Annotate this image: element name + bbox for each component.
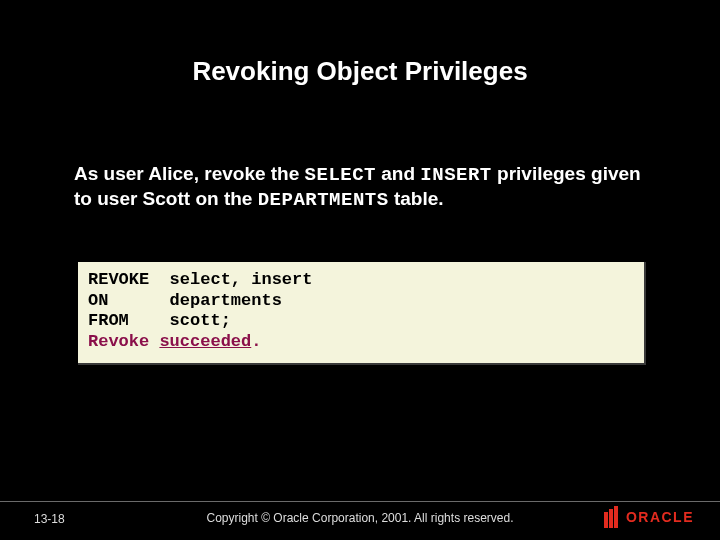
sql-result-revoke: Revoke (88, 332, 149, 351)
sql-text: scott; (129, 311, 231, 330)
sql-text: departments (108, 291, 281, 310)
svg-rect-0 (604, 512, 608, 528)
sql-text (149, 332, 159, 351)
slide-title: Revoking Object Privileges (0, 56, 720, 87)
footer-divider (0, 501, 720, 502)
oracle-logo-icon (604, 506, 622, 528)
sql-result-succeeded: succeeded (159, 332, 251, 351)
sql-keyword-from: FROM (88, 311, 129, 330)
sql-text: select, insert (149, 270, 312, 289)
para-text: table. (389, 188, 444, 209)
sql-result-line: Revoke succeeded. (88, 332, 261, 351)
svg-rect-2 (614, 506, 618, 528)
keyword-insert: INSERT (420, 164, 491, 186)
svg-rect-1 (609, 509, 613, 528)
sql-keyword-revoke: REVOKE (88, 270, 149, 289)
oracle-logo: ORACLE (604, 506, 694, 528)
slide: Revoking Object Privileges As user Alice… (0, 0, 720, 540)
slide-body: As user Alice, revoke the SELECT and INS… (74, 162, 649, 213)
sql-code-block: REVOKE select, insert ON departments FRO… (78, 262, 646, 365)
para-text: and (376, 163, 420, 184)
body-paragraph: As user Alice, revoke the SELECT and INS… (74, 162, 649, 213)
sql-keyword-on: ON (88, 291, 108, 310)
sql-text: . (251, 332, 261, 351)
keyword-select: SELECT (305, 164, 376, 186)
keyword-departments: DEPARTMENTS (258, 189, 389, 211)
oracle-logo-text: ORACLE (626, 509, 694, 525)
para-text: As user Alice, revoke the (74, 163, 305, 184)
